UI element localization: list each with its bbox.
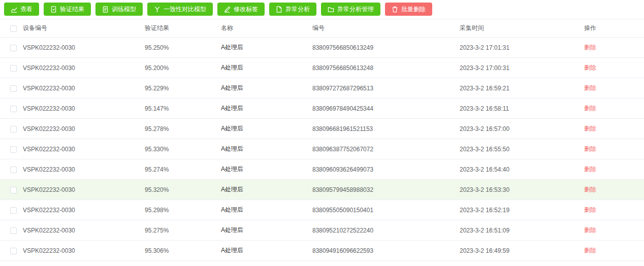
name-cell: A处理后 <box>221 38 312 58</box>
row-checkbox[interactable] <box>10 65 17 72</box>
verify-result-cell: 95.330% <box>145 139 221 159</box>
number-cell: 838095505090150401 <box>312 200 460 220</box>
table-row: VSPK022232-0030 95.229% A处理后 83809727268… <box>0 78 644 98</box>
device-number-cell: VSPK022232-0030 <box>23 159 145 180</box>
delete-link[interactable]: 删除 <box>584 206 596 213</box>
delete-link[interactable]: 删除 <box>584 84 596 91</box>
column-header-device: 设备编号 <box>23 19 145 38</box>
consistency-compare-model-button[interactable]: 一致性对比模型 <box>147 3 213 16</box>
delete-link[interactable]: 删除 <box>584 165 596 173</box>
row-checkbox-cell <box>0 180 23 200</box>
row-checkbox[interactable] <box>10 85 17 92</box>
column-header-action: 操作 <box>584 19 644 38</box>
edit-label-button[interactable]: 修改标签 <box>217 3 265 16</box>
number-cell: 838095799458988032 <box>312 180 460 200</box>
verify-result-cell: 95.250% <box>145 38 221 58</box>
action-cell: 删除 <box>584 38 644 58</box>
number-cell: 838094916096622593 <box>312 241 460 261</box>
column-header-result: 验证结果 <box>145 19 221 38</box>
device-number-cell: VSPK022232-0030 <box>23 119 145 139</box>
batch-delete-button[interactable]: 批量删除 <box>385 3 432 16</box>
anomaly-analysis-button[interactable]: 异常分析 <box>269 3 316 16</box>
table-header-row: 设备编号验证结果名称编号采集时间操作 <box>0 19 644 38</box>
branch-icon <box>154 6 160 13</box>
table-row: VSPK022232-0030 95.200% A处理后 83809756685… <box>0 58 644 78</box>
row-checkbox-cell <box>0 220 23 241</box>
trash-icon <box>392 6 398 13</box>
verify-result-cell: 95.298% <box>145 200 221 220</box>
action-cell: 删除 <box>584 78 644 98</box>
number-cell: 838096093626499073 <box>312 159 460 180</box>
button-label: 异常分析管理 <box>337 6 374 12</box>
name-cell: A处理后 <box>221 241 312 261</box>
delete-link[interactable]: 删除 <box>584 105 596 112</box>
delete-link[interactable]: 删除 <box>584 247 596 254</box>
delete-link[interactable]: 删除 <box>584 44 596 51</box>
row-checkbox[interactable] <box>10 126 17 132</box>
button-label: 异常分析 <box>285 6 310 12</box>
number-cell: 838097272687296513 <box>312 78 460 98</box>
button-label: 训练模型 <box>112 6 136 12</box>
device-number-cell: VSPK022232-0030 <box>23 220 145 241</box>
table-body: VSPK022232-0030 95.250% A处理后 83809756685… <box>0 38 644 261</box>
row-checkbox-cell <box>0 139 23 159</box>
row-checkbox[interactable] <box>10 207 17 214</box>
verify-result-cell: 95.320% <box>145 180 221 200</box>
device-number-cell: VSPK022232-0030 <box>23 241 145 261</box>
button-label: 修改标签 <box>234 6 258 12</box>
action-cell: 删除 <box>584 119 644 139</box>
data-table: 设备编号验证结果名称编号采集时间操作 VSPK022232-0030 95.25… <box>0 19 644 261</box>
header-checkbox-cell <box>0 19 23 38</box>
view-button[interactable]: 查看 <box>4 3 39 16</box>
delete-link[interactable]: 删除 <box>584 64 596 71</box>
column-header-name: 名称 <box>221 19 312 38</box>
row-checkbox[interactable] <box>10 187 17 193</box>
delete-link[interactable]: 删除 <box>584 125 596 132</box>
table-row: VSPK022232-0030 95.250% A处理后 83809756685… <box>0 38 644 58</box>
action-cell: 删除 <box>584 139 644 159</box>
action-cell: 删除 <box>584 180 644 200</box>
row-checkbox-cell <box>0 78 23 98</box>
collect-time-cell: 2023-3-2 17:01:31 <box>460 38 584 58</box>
device-number-cell: VSPK022232-0030 <box>23 139 145 159</box>
number-cell: 838095210272522240 <box>312 220 460 241</box>
button-label: 一致性对比模型 <box>164 6 206 12</box>
row-checkbox[interactable] <box>10 248 17 254</box>
row-checkbox-cell <box>0 98 23 119</box>
row-checkbox[interactable] <box>10 167 17 173</box>
verify-result-button[interactable]: 验证结果 <box>44 3 91 16</box>
device-number-cell: VSPK022232-0030 <box>23 98 145 119</box>
row-checkbox-cell <box>0 159 23 180</box>
verify-result-cell: 95.278% <box>145 119 221 139</box>
table-row: VSPK022232-0030 95.274% A处理后 83809609362… <box>0 159 644 180</box>
name-cell: A处理后 <box>221 159 312 180</box>
action-cell: 删除 <box>584 159 644 180</box>
verify-result-cell: 95.147% <box>145 98 221 119</box>
anomaly-analysis-manage-button[interactable]: 异常分析管理 <box>321 3 380 16</box>
action-cell: 删除 <box>584 98 644 119</box>
table-row: VSPK022232-0030 95.147% A处理后 83809697849… <box>0 98 644 119</box>
verify-result-cell: 95.275% <box>145 220 221 241</box>
chart-line-icon <box>11 6 17 13</box>
column-header-number: 编号 <box>312 19 460 38</box>
delete-link[interactable]: 删除 <box>584 145 596 152</box>
file-icon <box>276 6 282 13</box>
delete-link[interactable]: 删除 <box>584 186 596 193</box>
delete-link[interactable]: 删除 <box>584 226 596 234</box>
collect-time-cell: 2023-3-2 17:00:31 <box>460 58 584 78</box>
row-checkbox[interactable] <box>10 45 17 51</box>
table-row: VSPK022232-0030 95.306% A处理后 83809491609… <box>0 241 644 261</box>
collect-time-cell: 2023-3-2 16:55:50 <box>460 139 584 159</box>
row-checkbox[interactable] <box>10 146 17 153</box>
number-cell: 838096681961521153 <box>312 119 460 139</box>
row-checkbox[interactable] <box>10 227 17 234</box>
verify-result-cell: 95.306% <box>145 241 221 261</box>
train-model-button[interactable]: 训练模型 <box>95 3 143 16</box>
table-row: VSPK022232-0030 95.298% A处理后 83809550509… <box>0 200 644 220</box>
number-cell: 838097566850613249 <box>312 38 460 58</box>
checklist-icon <box>50 6 57 13</box>
name-cell: A处理后 <box>221 139 312 159</box>
select-all-checkbox[interactable] <box>10 25 17 32</box>
name-cell: A处理后 <box>221 78 312 98</box>
row-checkbox[interactable] <box>10 106 17 112</box>
